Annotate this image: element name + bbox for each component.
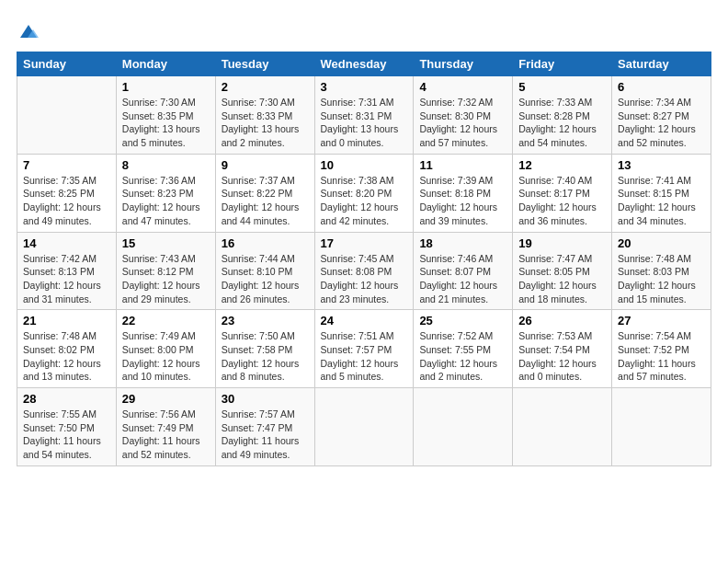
day-info: Sunrise: 7:36 AMSunset: 8:23 PMDaylight:…: [122, 174, 210, 228]
day-cell: 22Sunrise: 7:49 AMSunset: 8:00 PMDayligh…: [116, 310, 215, 388]
day-info: Sunrise: 7:46 AMSunset: 8:07 PMDaylight:…: [419, 252, 506, 306]
header-cell-saturday: Saturday: [612, 52, 711, 76]
day-number: 19: [518, 236, 606, 250]
page: SundayMondayTuesdayWednesdayThursdayFrid…: [0, 0, 728, 563]
week-row-4: 28Sunrise: 7:55 AMSunset: 7:50 PMDayligh…: [17, 388, 711, 466]
day-number: 6: [618, 80, 705, 94]
calendar-body: 1Sunrise: 7:30 AMSunset: 8:35 PMDaylight…: [17, 76, 711, 466]
day-info: Sunrise: 7:30 AMSunset: 8:35 PMDaylight:…: [122, 96, 210, 150]
day-cell: 16Sunrise: 7:44 AMSunset: 8:10 PMDayligh…: [215, 232, 314, 310]
day-info: Sunrise: 7:45 AMSunset: 8:08 PMDaylight:…: [321, 252, 408, 306]
header-cell-friday: Friday: [513, 52, 612, 76]
week-row-2: 14Sunrise: 7:42 AMSunset: 8:13 PMDayligh…: [17, 232, 711, 310]
day-info: Sunrise: 7:41 AMSunset: 8:15 PMDaylight:…: [618, 174, 705, 228]
day-cell: 2Sunrise: 7:30 AMSunset: 8:33 PMDaylight…: [215, 76, 314, 155]
day-info: Sunrise: 7:42 AMSunset: 8:13 PMDaylight:…: [23, 252, 110, 306]
day-number: 17: [321, 236, 408, 250]
day-cell: 25Sunrise: 7:52 AMSunset: 7:55 PMDayligh…: [414, 310, 513, 388]
day-info: Sunrise: 7:39 AMSunset: 8:18 PMDaylight:…: [419, 174, 506, 228]
day-cell: [612, 388, 711, 466]
day-number: 20: [618, 236, 705, 250]
day-info: Sunrise: 7:40 AMSunset: 8:17 PMDaylight:…: [518, 174, 606, 228]
day-number: 11: [419, 158, 506, 172]
day-cell: 28Sunrise: 7:55 AMSunset: 7:50 PMDayligh…: [17, 388, 117, 466]
day-number: 16: [222, 236, 309, 250]
day-cell: 10Sunrise: 7:38 AMSunset: 8:20 PMDayligh…: [314, 154, 414, 232]
day-cell: 26Sunrise: 7:53 AMSunset: 7:54 PMDayligh…: [513, 310, 612, 388]
header-cell-wednesday: Wednesday: [314, 52, 414, 76]
calendar-header: SundayMondayTuesdayWednesdayThursdayFrid…: [17, 52, 711, 76]
header-cell-sunday: Sunday: [17, 52, 117, 76]
day-number: 2: [222, 80, 309, 94]
day-info: Sunrise: 7:53 AMSunset: 7:54 PMDaylight:…: [518, 329, 606, 384]
day-number: 18: [419, 236, 506, 250]
day-number: 30: [222, 392, 309, 406]
day-info: Sunrise: 7:51 AMSunset: 7:57 PMDaylight:…: [321, 329, 408, 384]
day-cell: [414, 388, 513, 466]
day-number: 25: [419, 314, 506, 327]
header-cell-monday: Monday: [116, 52, 215, 76]
day-info: Sunrise: 7:52 AMSunset: 7:55 PMDaylight:…: [419, 329, 506, 384]
day-info: Sunrise: 7:33 AMSunset: 8:28 PMDaylight:…: [518, 96, 606, 150]
calendar-table: SundayMondayTuesdayWednesdayThursdayFrid…: [17, 52, 711, 466]
day-info: Sunrise: 7:31 AMSunset: 8:31 PMDaylight:…: [321, 96, 408, 150]
day-cell: 11Sunrise: 7:39 AMSunset: 8:18 PMDayligh…: [414, 154, 513, 232]
day-number: 1: [122, 80, 210, 94]
header-cell-tuesday: Tuesday: [215, 52, 314, 76]
day-cell: 18Sunrise: 7:46 AMSunset: 8:07 PMDayligh…: [414, 232, 513, 310]
day-info: Sunrise: 7:49 AMSunset: 8:00 PMDaylight:…: [122, 329, 210, 384]
day-info: Sunrise: 7:35 AMSunset: 8:25 PMDaylight:…: [23, 174, 110, 228]
day-cell: 19Sunrise: 7:47 AMSunset: 8:05 PMDayligh…: [513, 232, 612, 310]
day-number: 5: [518, 80, 606, 94]
day-cell: 1Sunrise: 7:30 AMSunset: 8:35 PMDaylight…: [116, 76, 215, 155]
day-info: Sunrise: 7:43 AMSunset: 8:12 PMDaylight:…: [122, 252, 210, 306]
day-number: 3: [321, 80, 408, 94]
day-info: Sunrise: 7:54 AMSunset: 7:52 PMDaylight:…: [618, 329, 705, 384]
day-info: Sunrise: 7:44 AMSunset: 8:10 PMDaylight:…: [222, 252, 309, 306]
day-cell: 13Sunrise: 7:41 AMSunset: 8:15 PMDayligh…: [612, 154, 711, 232]
day-cell: 4Sunrise: 7:32 AMSunset: 8:30 PMDaylight…: [414, 76, 513, 155]
header-cell-thursday: Thursday: [414, 52, 513, 76]
day-cell: 5Sunrise: 7:33 AMSunset: 8:28 PMDaylight…: [513, 76, 612, 155]
day-cell: 6Sunrise: 7:34 AMSunset: 8:27 PMDaylight…: [612, 76, 711, 155]
day-cell: 21Sunrise: 7:48 AMSunset: 8:02 PMDayligh…: [17, 310, 117, 388]
day-cell: 30Sunrise: 7:57 AMSunset: 7:47 PMDayligh…: [215, 388, 314, 466]
day-info: Sunrise: 7:56 AMSunset: 7:49 PMDaylight:…: [122, 408, 210, 462]
day-cell: 9Sunrise: 7:37 AMSunset: 8:22 PMDaylight…: [215, 154, 314, 232]
day-cell: 24Sunrise: 7:51 AMSunset: 7:57 PMDayligh…: [314, 310, 414, 388]
day-number: 7: [23, 158, 110, 172]
day-number: 15: [122, 236, 210, 250]
day-cell: 23Sunrise: 7:50 AMSunset: 7:58 PMDayligh…: [215, 310, 314, 388]
day-cell: [513, 388, 612, 466]
day-cell: 8Sunrise: 7:36 AMSunset: 8:23 PMDaylight…: [116, 154, 215, 232]
week-row-1: 7Sunrise: 7:35 AMSunset: 8:25 PMDaylight…: [17, 154, 711, 232]
day-number: 12: [518, 158, 606, 172]
day-cell: 27Sunrise: 7:54 AMSunset: 7:52 PMDayligh…: [612, 310, 711, 388]
day-number: 29: [122, 392, 210, 406]
day-info: Sunrise: 7:32 AMSunset: 8:30 PMDaylight:…: [419, 96, 506, 150]
day-number: 24: [321, 314, 408, 327]
day-number: 14: [23, 236, 110, 250]
day-number: 8: [122, 158, 210, 172]
week-row-0: 1Sunrise: 7:30 AMSunset: 8:35 PMDaylight…: [17, 76, 711, 155]
day-cell: 15Sunrise: 7:43 AMSunset: 8:12 PMDayligh…: [116, 232, 215, 310]
day-cell: 12Sunrise: 7:40 AMSunset: 8:17 PMDayligh…: [513, 154, 612, 232]
day-number: 9: [222, 158, 309, 172]
day-cell: [17, 76, 117, 155]
day-info: Sunrise: 7:30 AMSunset: 8:33 PMDaylight:…: [222, 96, 309, 150]
day-cell: 20Sunrise: 7:48 AMSunset: 8:03 PMDayligh…: [612, 232, 711, 310]
logo-icon: [18, 23, 39, 40]
day-cell: 14Sunrise: 7:42 AMSunset: 8:13 PMDayligh…: [17, 232, 117, 310]
day-cell: [314, 388, 414, 466]
week-row-3: 21Sunrise: 7:48 AMSunset: 8:02 PMDayligh…: [17, 310, 711, 388]
day-number: 23: [222, 314, 309, 327]
header-row: SundayMondayTuesdayWednesdayThursdayFrid…: [17, 52, 711, 76]
header: [17, 17, 711, 40]
day-number: 13: [618, 158, 705, 172]
day-info: Sunrise: 7:57 AMSunset: 7:47 PMDaylight:…: [222, 408, 309, 462]
day-number: 22: [122, 314, 210, 327]
day-number: 4: [419, 80, 506, 94]
day-info: Sunrise: 7:50 AMSunset: 7:58 PMDaylight:…: [222, 329, 309, 384]
day-cell: 3Sunrise: 7:31 AMSunset: 8:31 PMDaylight…: [314, 76, 414, 155]
day-cell: 17Sunrise: 7:45 AMSunset: 8:08 PMDayligh…: [314, 232, 414, 310]
